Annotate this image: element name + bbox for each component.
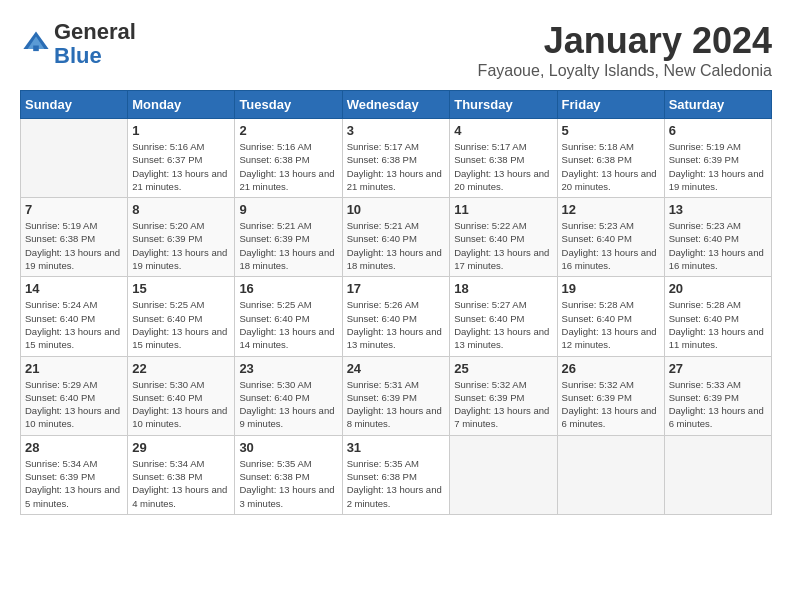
calendar-header-row: Sunday Monday Tuesday Wednesday Thursday… [21, 91, 772, 119]
title-block: January 2024 Fayaoue, Loyalty Islands, N… [478, 20, 772, 80]
calendar-week-2: 7Sunrise: 5:19 AMSunset: 6:38 PMDaylight… [21, 198, 772, 277]
day-info: Sunrise: 5:33 AMSunset: 6:39 PMDaylight:… [669, 378, 767, 431]
calendar-cell: 21Sunrise: 5:29 AMSunset: 6:40 PMDayligh… [21, 356, 128, 435]
day-info: Sunrise: 5:16 AMSunset: 6:37 PMDaylight:… [132, 140, 230, 193]
day-number: 12 [562, 202, 660, 217]
day-info: Sunrise: 5:28 AMSunset: 6:40 PMDaylight:… [562, 298, 660, 351]
page-header: General Blue January 2024 Fayaoue, Loyal… [20, 20, 772, 80]
day-number: 31 [347, 440, 446, 455]
calendar-table: Sunday Monday Tuesday Wednesday Thursday… [20, 90, 772, 515]
day-number: 24 [347, 361, 446, 376]
calendar-cell: 26Sunrise: 5:32 AMSunset: 6:39 PMDayligh… [557, 356, 664, 435]
day-info: Sunrise: 5:21 AMSunset: 6:39 PMDaylight:… [239, 219, 337, 272]
header-saturday: Saturday [664, 91, 771, 119]
location-subtitle: Fayaoue, Loyalty Islands, New Caledonia [478, 62, 772, 80]
day-info: Sunrise: 5:19 AMSunset: 6:39 PMDaylight:… [669, 140, 767, 193]
day-info: Sunrise: 5:27 AMSunset: 6:40 PMDaylight:… [454, 298, 552, 351]
day-info: Sunrise: 5:32 AMSunset: 6:39 PMDaylight:… [454, 378, 552, 431]
calendar-cell: 13Sunrise: 5:23 AMSunset: 6:40 PMDayligh… [664, 198, 771, 277]
day-number: 15 [132, 281, 230, 296]
calendar-cell: 10Sunrise: 5:21 AMSunset: 6:40 PMDayligh… [342, 198, 450, 277]
calendar-cell: 2Sunrise: 5:16 AMSunset: 6:38 PMDaylight… [235, 119, 342, 198]
calendar-cell: 12Sunrise: 5:23 AMSunset: 6:40 PMDayligh… [557, 198, 664, 277]
calendar-cell: 16Sunrise: 5:25 AMSunset: 6:40 PMDayligh… [235, 277, 342, 356]
logo-icon [22, 28, 50, 56]
calendar-cell: 18Sunrise: 5:27 AMSunset: 6:40 PMDayligh… [450, 277, 557, 356]
calendar-cell: 22Sunrise: 5:30 AMSunset: 6:40 PMDayligh… [128, 356, 235, 435]
day-number: 28 [25, 440, 123, 455]
day-number: 26 [562, 361, 660, 376]
day-number: 8 [132, 202, 230, 217]
day-number: 11 [454, 202, 552, 217]
day-number: 1 [132, 123, 230, 138]
day-number: 9 [239, 202, 337, 217]
day-number: 7 [25, 202, 123, 217]
day-number: 13 [669, 202, 767, 217]
calendar-cell: 19Sunrise: 5:28 AMSunset: 6:40 PMDayligh… [557, 277, 664, 356]
day-info: Sunrise: 5:16 AMSunset: 6:38 PMDaylight:… [239, 140, 337, 193]
calendar-cell: 23Sunrise: 5:30 AMSunset: 6:40 PMDayligh… [235, 356, 342, 435]
day-number: 3 [347, 123, 446, 138]
header-wednesday: Wednesday [342, 91, 450, 119]
calendar-cell: 4Sunrise: 5:17 AMSunset: 6:38 PMDaylight… [450, 119, 557, 198]
day-number: 17 [347, 281, 446, 296]
calendar-cell: 31Sunrise: 5:35 AMSunset: 6:38 PMDayligh… [342, 435, 450, 514]
calendar-cell: 17Sunrise: 5:26 AMSunset: 6:40 PMDayligh… [342, 277, 450, 356]
day-number: 27 [669, 361, 767, 376]
day-number: 29 [132, 440, 230, 455]
day-info: Sunrise: 5:19 AMSunset: 6:38 PMDaylight:… [25, 219, 123, 272]
day-info: Sunrise: 5:18 AMSunset: 6:38 PMDaylight:… [562, 140, 660, 193]
calendar-cell: 29Sunrise: 5:34 AMSunset: 6:38 PMDayligh… [128, 435, 235, 514]
day-info: Sunrise: 5:35 AMSunset: 6:38 PMDaylight:… [347, 457, 446, 510]
calendar-cell: 7Sunrise: 5:19 AMSunset: 6:38 PMDaylight… [21, 198, 128, 277]
header-monday: Monday [128, 91, 235, 119]
calendar-cell: 14Sunrise: 5:24 AMSunset: 6:40 PMDayligh… [21, 277, 128, 356]
calendar-cell: 20Sunrise: 5:28 AMSunset: 6:40 PMDayligh… [664, 277, 771, 356]
day-info: Sunrise: 5:34 AMSunset: 6:39 PMDaylight:… [25, 457, 123, 510]
day-number: 23 [239, 361, 337, 376]
calendar-cell: 1Sunrise: 5:16 AMSunset: 6:37 PMDaylight… [128, 119, 235, 198]
calendar-week-1: 1Sunrise: 5:16 AMSunset: 6:37 PMDaylight… [21, 119, 772, 198]
calendar-cell [21, 119, 128, 198]
day-number: 18 [454, 281, 552, 296]
day-info: Sunrise: 5:35 AMSunset: 6:38 PMDaylight:… [239, 457, 337, 510]
day-info: Sunrise: 5:31 AMSunset: 6:39 PMDaylight:… [347, 378, 446, 431]
day-info: Sunrise: 5:17 AMSunset: 6:38 PMDaylight:… [454, 140, 552, 193]
day-number: 16 [239, 281, 337, 296]
day-number: 2 [239, 123, 337, 138]
day-number: 10 [347, 202, 446, 217]
day-info: Sunrise: 5:34 AMSunset: 6:38 PMDaylight:… [132, 457, 230, 510]
calendar-cell: 15Sunrise: 5:25 AMSunset: 6:40 PMDayligh… [128, 277, 235, 356]
calendar-cell: 9Sunrise: 5:21 AMSunset: 6:39 PMDaylight… [235, 198, 342, 277]
day-info: Sunrise: 5:25 AMSunset: 6:40 PMDaylight:… [239, 298, 337, 351]
calendar-week-3: 14Sunrise: 5:24 AMSunset: 6:40 PMDayligh… [21, 277, 772, 356]
logo: General Blue [20, 20, 136, 68]
header-friday: Friday [557, 91, 664, 119]
calendar-cell: 28Sunrise: 5:34 AMSunset: 6:39 PMDayligh… [21, 435, 128, 514]
day-info: Sunrise: 5:17 AMSunset: 6:38 PMDaylight:… [347, 140, 446, 193]
logo-general-text: General [54, 19, 136, 44]
day-info: Sunrise: 5:21 AMSunset: 6:40 PMDaylight:… [347, 219, 446, 272]
calendar-cell: 8Sunrise: 5:20 AMSunset: 6:39 PMDaylight… [128, 198, 235, 277]
calendar-cell [664, 435, 771, 514]
day-info: Sunrise: 5:22 AMSunset: 6:40 PMDaylight:… [454, 219, 552, 272]
day-info: Sunrise: 5:20 AMSunset: 6:39 PMDaylight:… [132, 219, 230, 272]
calendar-cell: 3Sunrise: 5:17 AMSunset: 6:38 PMDaylight… [342, 119, 450, 198]
day-info: Sunrise: 5:26 AMSunset: 6:40 PMDaylight:… [347, 298, 446, 351]
day-number: 14 [25, 281, 123, 296]
header-tuesday: Tuesday [235, 91, 342, 119]
calendar-cell: 24Sunrise: 5:31 AMSunset: 6:39 PMDayligh… [342, 356, 450, 435]
header-thursday: Thursday [450, 91, 557, 119]
calendar-cell: 30Sunrise: 5:35 AMSunset: 6:38 PMDayligh… [235, 435, 342, 514]
day-info: Sunrise: 5:25 AMSunset: 6:40 PMDaylight:… [132, 298, 230, 351]
day-number: 19 [562, 281, 660, 296]
day-info: Sunrise: 5:30 AMSunset: 6:40 PMDaylight:… [132, 378, 230, 431]
calendar-cell [450, 435, 557, 514]
calendar-week-4: 21Sunrise: 5:29 AMSunset: 6:40 PMDayligh… [21, 356, 772, 435]
day-info: Sunrise: 5:29 AMSunset: 6:40 PMDaylight:… [25, 378, 123, 431]
logo-blue-text: Blue [54, 43, 102, 68]
day-info: Sunrise: 5:28 AMSunset: 6:40 PMDaylight:… [669, 298, 767, 351]
header-sunday: Sunday [21, 91, 128, 119]
day-number: 5 [562, 123, 660, 138]
day-number: 4 [454, 123, 552, 138]
